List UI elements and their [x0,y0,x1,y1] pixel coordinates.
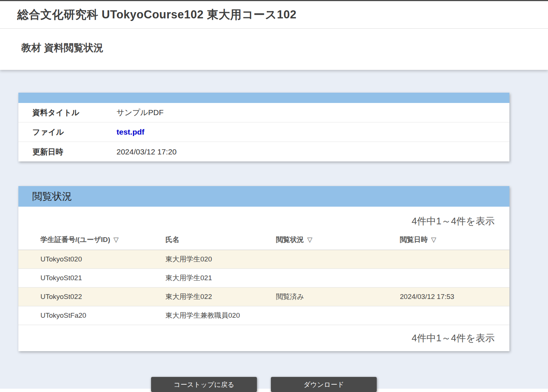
cell-viewed-at [378,250,509,269]
course-title: 総合文化研究科 UTokyoCourse102 東大用コース102 [17,7,541,22]
table-row: UTokyoSt022 東大用学生022 閲覧済み 2024/03/12 17:… [18,288,509,306]
info-value: test.pdf [117,128,144,136]
sort-descending-icon: ▽ [114,236,119,243]
material-file-row: ファイル test.pdf [18,122,509,142]
cell-user-id: UTokyoSt022 [18,288,143,306]
pagination-top: 4件中1～4件を表示 [18,207,509,231]
updated-datetime-value: 2024/03/12 17:20 [117,147,177,156]
cell-viewed-at [378,306,509,325]
cell-status: 閲覧済み [254,288,378,306]
main-content: 資料タイトル サンプルPDF ファイル test.pdf 更新日時 2024/0… [0,70,548,392]
cell-user-id: UTokyoSt020 [18,250,143,269]
cell-status [254,250,378,269]
cell-status [254,269,378,288]
action-button-row: コーストップに戻る ダウンロード [18,377,509,392]
material-title-row: 資料タイトル サンプルPDF [18,103,509,122]
column-header-status[interactable]: 閲覧状況▽ [254,231,378,250]
viewing-status-panel: 閲覧状況 4件中1～4件を表示 学生証番号/(ユーザID)▽ 氏名 閲覧状況▽ [18,186,509,351]
cell-name: 東大用学生022 [143,288,254,306]
material-title-value: サンプルPDF [117,107,164,118]
page-title-row: 教材 資料閲覧状況 [0,29,548,70]
material-info-panel: 資料タイトル サンプルPDF ファイル test.pdf 更新日時 2024/0… [18,93,509,161]
table-row: UTokyoSt020 東大用学生020 [18,250,509,269]
pagination-bottom: 4件中1～4件を表示 [18,325,509,351]
cell-user-id: UTokyoStFa20 [18,306,143,325]
page-title: 教材 資料閲覧状況 [21,41,541,54]
cell-name: 東大用学生020 [143,250,254,269]
download-button[interactable]: ダウンロード [271,377,377,392]
column-header-viewed-at[interactable]: 閲覧日時▽ [378,231,509,250]
cell-name: 東大用学生兼教職員020 [143,306,254,325]
cell-viewed-at: 2024/03/12 17:53 [378,288,509,306]
file-download-link[interactable]: test.pdf [117,128,144,136]
sort-descending-icon: ▽ [307,236,312,243]
section-title: 閲覧状況 [32,190,72,203]
back-to-course-top-button[interactable]: コーストップに戻る [151,377,257,392]
material-panel-header-bar [18,93,509,103]
column-header-user-id[interactable]: 学生証番号/(ユーザID)▽ [18,231,143,250]
page-header: 総合文化研究科 UTokyoCourse102 東大用コース102 教材 資料閲… [0,1,548,70]
cell-user-id: UTokyoSt021 [18,269,143,288]
column-header-name: 氏名 [143,231,254,250]
info-label: 更新日時 [18,147,117,157]
material-updated-row: 更新日時 2024/03/12 17:20 [18,142,509,161]
cell-name: 東大用学生021 [143,269,254,288]
table-row: UTokyoSt021 東大用学生021 [18,269,509,288]
info-label: 資料タイトル [18,107,117,118]
sort-descending-icon: ▽ [431,236,436,243]
table-header-row: 学生証番号/(ユーザID)▽ 氏名 閲覧状況▽ 閲覧日時▽ [18,231,509,250]
cell-status [254,306,378,325]
table-row: UTokyoStFa20 東大用学生兼教職員020 [18,306,509,325]
cell-viewed-at [378,269,509,288]
viewing-status-table: 学生証番号/(ユーザID)▽ 氏名 閲覧状況▽ 閲覧日時▽ UTokyoSt02… [18,231,509,325]
viewing-status-header-bar: 閲覧状況 [18,186,509,207]
info-label: ファイル [18,127,117,137]
course-header-row: 総合文化研究科 UTokyoCourse102 東大用コース102 [0,1,548,29]
